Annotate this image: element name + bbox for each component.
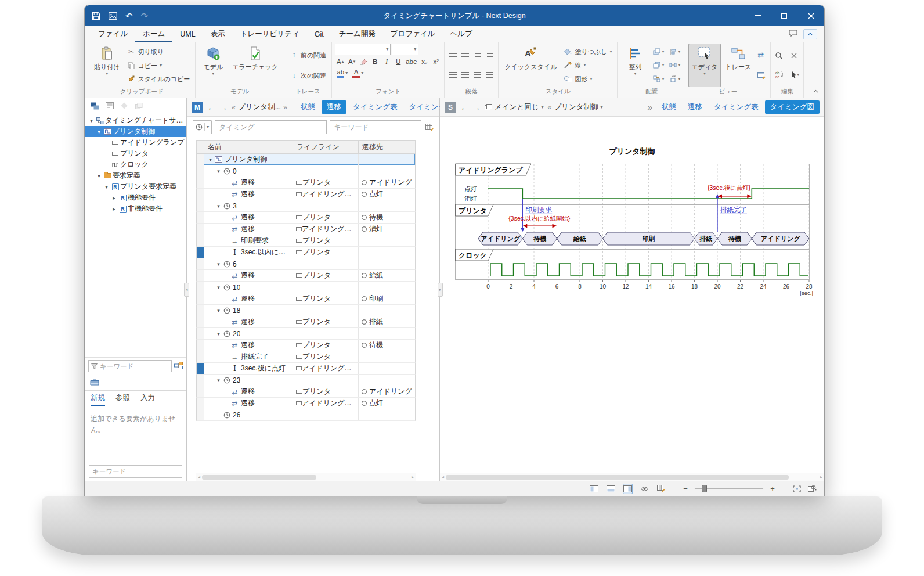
rotate-icon[interactable]: ▾: [667, 74, 682, 85]
ribbon-display-options-icon[interactable]: [803, 29, 817, 39]
save-icon[interactable]: [92, 12, 100, 20]
forward-icon[interactable]: →: [472, 103, 481, 112]
table-row[interactable]: ▾18: [196, 305, 416, 316]
table-row[interactable]: ⇄遷移アイドリングランプ点灯: [196, 398, 416, 409]
table-row[interactable]: ▾10: [196, 282, 416, 293]
redo-icon[interactable]: ↷: [141, 12, 149, 20]
back-icon[interactable]: ←: [460, 103, 468, 112]
scroll-left-icon[interactable]: ◂: [442, 474, 444, 480]
bring-to-front-icon[interactable]: ▾: [651, 46, 666, 57]
keyword-filter-input[interactable]: [330, 120, 421, 134]
prev-relation-button[interactable]: ↑前の関連: [287, 51, 329, 59]
table-row[interactable]: ⇄遷移プリンタ給紙: [196, 270, 416, 282]
diagram-window-icon[interactable]: [756, 70, 767, 81]
fit-to-window-icon[interactable]: [792, 484, 802, 494]
expand-arrow-icon[interactable]: ▾: [95, 173, 103, 179]
select-cursor-icon[interactable]: ▾: [790, 70, 800, 80]
maximize-button[interactable]: [771, 5, 797, 26]
scroll-right-icon[interactable]: ▸: [412, 474, 414, 480]
table-row[interactable]: ⇄遷移プリンタアイドリング: [196, 386, 416, 398]
tree-item[interactable]: クロック: [85, 159, 186, 170]
copy-button[interactable]: コピー▾: [125, 62, 193, 70]
palette-tab[interactable]: 入力: [140, 393, 155, 406]
shrink-font-button[interactable]: A▾: [346, 56, 357, 67]
zoom-slider-thumb[interactable]: [702, 485, 707, 492]
table-row[interactable]: ⇄遷移プリンタ待機: [196, 340, 416, 351]
view-tab[interactable]: タイミング図: [765, 100, 820, 114]
expand-arrow-icon[interactable]: ▸: [110, 206, 118, 212]
find-icon[interactable]: [774, 51, 784, 61]
menu-item[interactable]: チーム開発: [331, 26, 383, 42]
view-tab[interactable]: 状態: [656, 100, 681, 114]
collapse-middle-panel-icon[interactable]: ▸: [438, 283, 443, 297]
view-tab[interactable]: 遷移: [322, 100, 346, 114]
align-left-icon[interactable]: [447, 70, 459, 80]
font-family-select[interactable]: ▾: [335, 44, 391, 55]
scroll-right-icon[interactable]: ▸: [820, 474, 822, 480]
clear-format-icon[interactable]: [358, 56, 369, 67]
replace-icon[interactable]: abac: [774, 70, 785, 80]
column-header-target[interactable]: 遷移先: [359, 141, 415, 153]
expand-arrow-icon[interactable]: ▾: [207, 157, 214, 163]
column-header-lifeline[interactable]: ライフライン: [293, 141, 359, 153]
expand-arrow-icon[interactable]: ▾: [215, 331, 222, 337]
table-row[interactable]: ⇄遷移アイドリングランプ消灯: [196, 224, 416, 235]
table-row[interactable]: ⇄遷移プリンタ待機: [196, 212, 416, 224]
tree-item[interactable]: ▾要求定義: [85, 170, 186, 181]
numbered-list-icon[interactable]: [460, 51, 471, 61]
timing-diagram-canvas[interactable]: プリンタ制御アイドリングランププリンタクロック点灯消灯アイドリング待機給紙印刷排…: [440, 117, 824, 473]
menu-item[interactable]: ヘルプ: [443, 26, 480, 42]
view-tab[interactable]: 状態: [295, 100, 320, 114]
menu-item[interactable]: プロファイル: [383, 26, 443, 42]
shape-button[interactable]: 図形▾: [561, 75, 614, 83]
expand-arrow-icon[interactable]: ▾: [215, 377, 222, 383]
layout-left-pane-icon[interactable]: [589, 484, 599, 494]
menu-item[interactable]: 表示: [203, 26, 233, 42]
visibility-icon[interactable]: [640, 484, 649, 494]
font-size-select[interactable]: ▾: [392, 44, 418, 55]
indent-icon[interactable]: [484, 51, 495, 61]
expand-arrow-icon[interactable]: ▾: [88, 118, 95, 124]
zoom-in-button[interactable]: +: [768, 484, 777, 494]
table-row[interactable]: ⇄遷移プリンタ印刷: [196, 293, 416, 305]
view-tab[interactable]: タイミング表: [709, 100, 763, 114]
superscript-button[interactable]: x²: [431, 56, 441, 67]
zoom-selection-icon[interactable]: [807, 484, 817, 494]
text-highlight-button[interactable]: ab▾: [335, 68, 349, 78]
menu-item[interactable]: ファイル: [91, 26, 135, 42]
paste-button[interactable]: 貼り付け ▾: [91, 44, 123, 87]
menu-item[interactable]: UML: [172, 26, 203, 42]
send-to-back-icon[interactable]: ▾: [651, 60, 666, 71]
italic-button[interactable]: I: [381, 56, 392, 67]
quick-style-button[interactable]: A クイックスタイル: [501, 44, 560, 87]
collapse-left-panel-icon[interactable]: ◂: [184, 283, 189, 297]
expand-arrow-icon[interactable]: ▾: [215, 285, 222, 290]
justify-icon[interactable]: [484, 70, 495, 80]
export-image-icon[interactable]: [109, 12, 117, 20]
toolbox-icon[interactable]: [90, 377, 99, 388]
view-tab[interactable]: 遷移: [683, 100, 708, 114]
table-row[interactable]: →印刷要求プリンタ: [196, 235, 416, 247]
zoom-slider[interactable]: [695, 488, 763, 489]
error-check-button[interactable]: エラーチェック: [229, 44, 281, 87]
history-icon[interactable]: [134, 100, 143, 111]
grow-font-button[interactable]: A▴: [335, 56, 345, 67]
sync-target-dropdown[interactable]: メインと同じ ▾: [485, 102, 543, 112]
fill-button[interactable]: 塗りつぶし▾: [561, 48, 614, 56]
breadcrumb[interactable]: « プリンタ制... »: [232, 102, 287, 112]
table-row[interactable]: ▾23: [196, 375, 416, 386]
horizontal-scrollbar[interactable]: ◂ ▸: [196, 473, 416, 481]
font-color-button[interactable]: A▾: [351, 68, 365, 78]
zoom-out-button[interactable]: −: [681, 484, 690, 494]
menu-item[interactable]: ホーム: [135, 26, 172, 42]
table-row[interactable]: ▾0: [196, 165, 416, 177]
layout-right-pane-icon[interactable]: [623, 484, 633, 494]
breadcrumb[interactable]: « プリンタ制御 ▾: [547, 102, 602, 112]
table-row[interactable]: ▾3: [196, 200, 416, 212]
outdent-icon[interactable]: [472, 51, 483, 61]
favorites-icon[interactable]: [120, 100, 129, 111]
tree-item[interactable]: ▾タイミングチャートサンプル: [85, 115, 186, 126]
collapse-ribbon-icon[interactable]: [813, 85, 818, 95]
related-model-icon[interactable]: [174, 361, 183, 372]
model-explorer-icon[interactable]: [90, 100, 100, 111]
